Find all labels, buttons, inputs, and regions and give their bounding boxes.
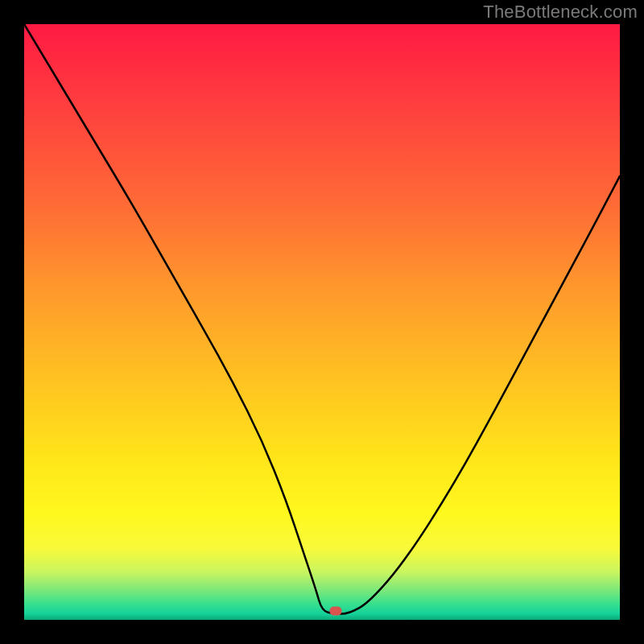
bottleneck-curve [24, 24, 620, 620]
chart-frame: TheBottleneck.com [0, 0, 644, 644]
plot-area [24, 24, 620, 620]
watermark-text: TheBottleneck.com [483, 2, 638, 23]
optimal-point-marker [330, 606, 342, 615]
curve-path [24, 24, 620, 614]
